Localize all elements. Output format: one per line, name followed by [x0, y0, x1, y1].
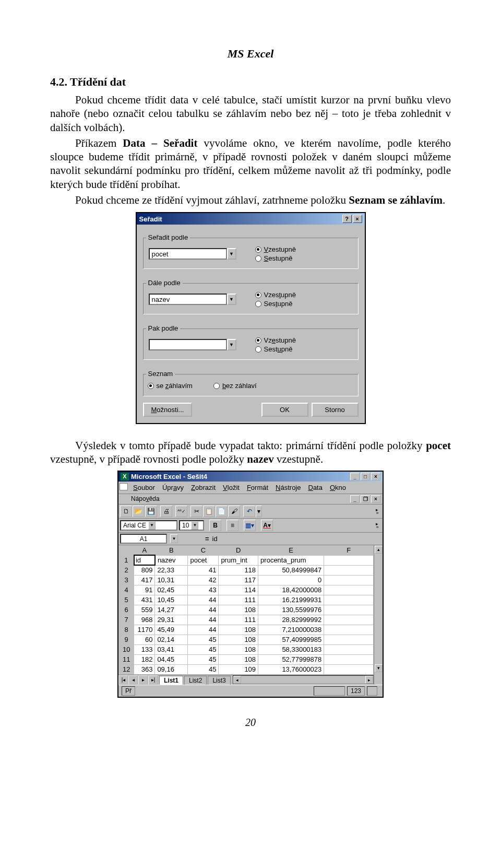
menu-upravy[interactable]: Úpravy — [159, 483, 187, 492]
cell[interactable]: pocet — [188, 555, 219, 565]
cell[interactable]: 7,210000038 — [258, 625, 324, 635]
cell[interactable]: 809 — [134, 565, 155, 575]
undo-dropdown[interactable]: ▾ — [256, 506, 262, 517]
vertical-scrollbar[interactable]: ▴ ▾ — [374, 545, 383, 685]
cell[interactable] — [324, 625, 374, 635]
col-head-E[interactable]: E — [258, 545, 324, 555]
cell[interactable]: 44 — [188, 615, 219, 625]
open-icon[interactable]: 📂 — [133, 506, 145, 517]
row-head[interactable]: 9 — [119, 635, 134, 644]
tab-next-icon[interactable]: ▸ — [138, 675, 148, 685]
cell[interactable]: 45 — [188, 654, 219, 664]
cell[interactable]: 18,42000008 — [258, 585, 324, 595]
horizontal-scrollbar[interactable]: ◂▸ — [233, 675, 374, 684]
row-head[interactable]: 6 — [119, 605, 134, 615]
cell[interactable]: 45,49 — [155, 625, 188, 635]
doc-icon[interactable] — [120, 483, 128, 490]
close-window-button[interactable]: × — [371, 473, 380, 480]
cell[interactable]: 363 — [134, 664, 155, 674]
col-head-C[interactable]: C — [188, 545, 219, 555]
paste-icon[interactable]: 📄 — [216, 506, 228, 517]
copy-icon[interactable]: 📋 — [203, 506, 215, 517]
cell[interactable] — [324, 644, 374, 654]
options-button[interactable]: Možnosti... — [143, 403, 193, 417]
cell[interactable]: 50,84999847 — [258, 565, 324, 575]
size-combo[interactable]: 10▼ — [179, 520, 204, 531]
col-head-F[interactable]: F — [324, 545, 374, 555]
chevron-down-icon[interactable]: ▼ — [148, 521, 156, 530]
cell[interactable]: 28,82999992 — [258, 615, 324, 625]
scroll-down-icon[interactable]: ▾ — [375, 664, 383, 672]
spelling-icon[interactable]: ᴬᴮ✓ — [175, 506, 187, 517]
col-head-D[interactable]: D — [219, 545, 258, 555]
name-box[interactable]: A1 — [120, 534, 167, 544]
cell[interactable]: 968 — [134, 615, 155, 625]
borders-icon[interactable]: ▦▾ — [244, 520, 256, 531]
sort-secondary-combo[interactable]: nazev — [149, 294, 227, 305]
select-all-corner[interactable] — [119, 545, 134, 555]
sheet-tab-3[interactable]: List3 — [208, 676, 230, 685]
cell[interactable]: procenta_prum — [258, 555, 324, 565]
row-head[interactable]: 7 — [119, 615, 134, 625]
cell[interactable] — [324, 664, 374, 674]
cell[interactable]: 44 — [188, 595, 219, 605]
cell[interactable]: 16,21999931 — [258, 595, 324, 605]
cell[interactable]: 44 — [188, 605, 219, 615]
cell[interactable]: 29,31 — [155, 615, 188, 625]
cell[interactable]: 108 — [219, 635, 258, 644]
new-icon[interactable]: 🗋 — [120, 506, 132, 517]
menu-soubor[interactable]: Soubor — [130, 483, 158, 492]
cell[interactable]: nazev — [155, 555, 188, 565]
cell[interactable]: 57,40999985 — [258, 635, 324, 644]
cell[interactable]: 10,31 — [155, 575, 188, 585]
cell[interactable]: 108 — [219, 654, 258, 664]
radio-asc-1[interactable] — [255, 247, 261, 253]
doc-minimize-button[interactable]: _ — [350, 495, 360, 503]
align-icon[interactable]: ≡ — [226, 520, 238, 531]
undo-icon[interactable]: ↶ — [243, 506, 255, 517]
row-head[interactable]: 5 — [119, 595, 134, 605]
cell-A1[interactable]: id — [134, 555, 155, 565]
spreadsheet-grid[interactable]: A B C D E F 1 id nazev poc — [118, 545, 374, 675]
help-button[interactable]: ? — [342, 215, 352, 223]
dropdown-icon[interactable]: ▼ — [227, 248, 236, 260]
cell[interactable]: 14,27 — [155, 605, 188, 615]
cell[interactable]: 60 — [134, 635, 155, 644]
cell[interactable]: 09,16 — [155, 664, 188, 674]
close-button[interactable]: × — [353, 215, 362, 223]
doc-restore-button[interactable]: ❐ — [361, 495, 370, 503]
row-head-1[interactable]: 1 — [119, 555, 134, 565]
radio-desc-3[interactable] — [255, 346, 261, 353]
cell[interactable]: 58,33000183 — [258, 644, 324, 654]
ok-button[interactable]: OK — [261, 403, 308, 417]
chevron-down-icon[interactable]: ▼ — [191, 521, 198, 530]
cell[interactable]: 109 — [219, 664, 258, 674]
cell[interactable]: 117 — [219, 575, 258, 585]
tab-prev-icon[interactable]: ◂ — [128, 675, 138, 685]
cell[interactable]: prum_int — [219, 555, 258, 565]
cell[interactable]: 1170 — [134, 625, 155, 635]
cell[interactable]: 133 — [134, 644, 155, 654]
radio-desc-2[interactable] — [255, 301, 261, 307]
cell[interactable] — [324, 595, 374, 605]
cell[interactable] — [324, 615, 374, 625]
cell[interactable] — [324, 585, 374, 595]
radio-asc-2[interactable] — [255, 292, 261, 298]
save-icon[interactable]: 💾 — [145, 506, 157, 517]
menu-napoveda[interactable]: Nápověda — [121, 495, 160, 502]
cell[interactable]: 02,45 — [155, 585, 188, 595]
font-combo[interactable]: Arial CE▼ — [120, 520, 177, 531]
cancel-button[interactable]: Storno — [312, 403, 359, 417]
cell[interactable]: 43 — [188, 585, 219, 595]
bold-icon[interactable]: B — [209, 520, 221, 531]
row-head[interactable]: 4 — [119, 585, 134, 595]
cell[interactable]: 03,41 — [155, 644, 188, 654]
namebox-dropdown[interactable]: ▼ — [170, 534, 178, 543]
cell[interactable] — [324, 605, 374, 615]
fmtbar-more-icon[interactable]: ▸» — [374, 522, 381, 529]
cell[interactable]: 108 — [219, 644, 258, 654]
tab-first-icon[interactable]: |◂ — [118, 675, 128, 685]
cell[interactable] — [324, 575, 374, 585]
cell[interactable]: 0 — [258, 575, 324, 585]
cell[interactable]: 130,5599976 — [258, 605, 324, 615]
